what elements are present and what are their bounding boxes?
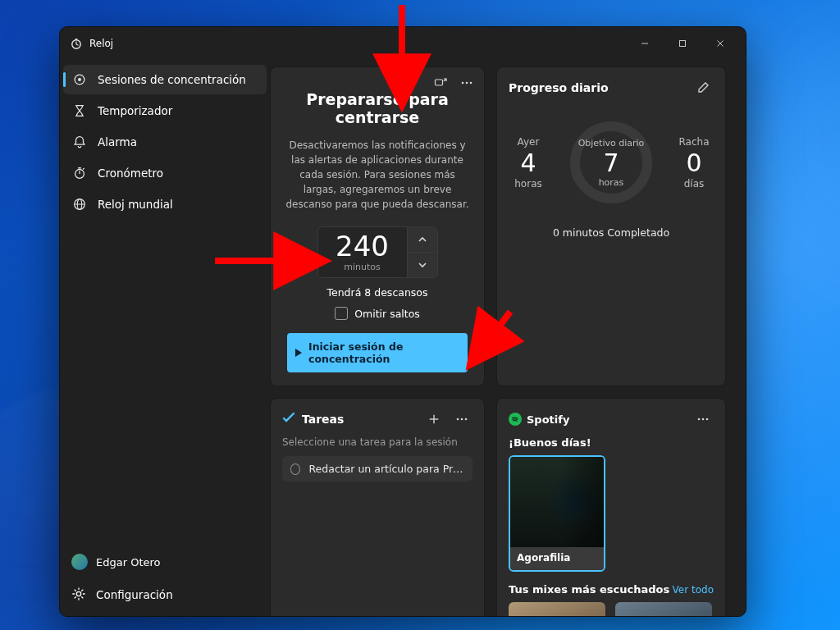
- focus-card: Prepararse para centrarse Desactivaremos…: [270, 66, 485, 386]
- mixes-row: [509, 602, 714, 616]
- duration-up-button[interactable]: [408, 227, 437, 252]
- checkbox-box: [335, 307, 348, 320]
- spotify-brand: Spotify: [509, 413, 569, 426]
- content-area: Prepararse para centrarse Desactivaremos…: [270, 60, 746, 616]
- metric-yesterday: Ayer 4 horas: [509, 136, 548, 189]
- focus-description: Desactivaremos las notificaciones y las …: [284, 138, 471, 212]
- svg-point-31: [706, 418, 709, 421]
- maximize-button[interactable]: [664, 30, 701, 57]
- duration-down-button[interactable]: [408, 252, 437, 277]
- svg-point-9: [78, 78, 81, 81]
- mixes-title: Tus mixes más escuchados: [509, 583, 669, 596]
- sidebar-item-timer[interactable]: Temporizador: [63, 96, 267, 126]
- svg-point-30: [702, 418, 705, 421]
- tasks-title: Tareas: [302, 413, 344, 426]
- spotify-logo-icon: [509, 413, 522, 426]
- sidebar-item-alarm[interactable]: Alarma: [63, 127, 267, 157]
- svg-rect-18: [436, 80, 443, 85]
- duration-stepper: 240 minutos: [317, 226, 438, 278]
- mix-tile[interactable]: [509, 602, 605, 616]
- svg-point-20: [462, 82, 464, 84]
- task-item[interactable]: Redactar un artículo para Profesi...: [282, 456, 472, 482]
- play-icon: [295, 349, 302, 357]
- clock-window: Reloj Sesiones de concentración Temporiz…: [59, 26, 746, 617]
- start-focus-button[interactable]: Iniciar sesión de concentración: [287, 333, 468, 372]
- stopwatch-icon: [71, 165, 88, 181]
- tasks-subtitle: Seleccione una tarea para la sesión: [282, 436, 472, 448]
- gear-icon: [71, 587, 86, 604]
- svg-point-28: [465, 418, 468, 421]
- progress-footer: 0 minutos Completado: [509, 226, 714, 239]
- task-radio[interactable]: [290, 463, 300, 475]
- hourglass-icon: [71, 103, 88, 119]
- svg-line-3: [76, 44, 79, 45]
- sidebar-item-label: Temporizador: [98, 104, 172, 117]
- bell-icon: [71, 134, 88, 150]
- spotify-featured-tile[interactable]: Agorafilia: [509, 455, 605, 572]
- tasks-card: Tareas Seleccione una tarea para la sesi…: [270, 398, 485, 616]
- task-text: Redactar un artículo para Profesi...: [308, 463, 464, 475]
- sidebar-item-stopwatch[interactable]: Cronómetro: [63, 158, 267, 188]
- focus-target-icon: [71, 71, 88, 88]
- minimize-button[interactable]: [626, 30, 664, 57]
- svg-point-27: [461, 418, 463, 421]
- svg-point-21: [466, 82, 468, 84]
- sidebar-item-label: Cronómetro: [98, 167, 163, 180]
- sidebar-item-world[interactable]: Reloj mundial: [63, 189, 267, 219]
- skip-breaks-label: Omitir saltos: [354, 308, 420, 320]
- window-controls: [626, 30, 739, 57]
- account-name: Edgar Otero: [96, 556, 161, 568]
- sidebar-item-label: Sesiones de concentración: [98, 73, 246, 86]
- duration-value: 240: [336, 232, 389, 260]
- titlebar: Reloj: [60, 27, 746, 60]
- svg-line-13: [83, 168, 84, 170]
- focus-title: Prepararse para centrarse: [282, 90, 472, 126]
- edit-goal-button[interactable]: [692, 77, 714, 98]
- avatar: [71, 554, 88, 570]
- settings-label: Configuración: [96, 588, 173, 601]
- todo-icon: [282, 411, 295, 427]
- svg-point-29: [698, 418, 701, 421]
- svg-rect-1: [75, 39, 78, 40]
- start-focus-label: Iniciar sesión de concentración: [308, 340, 459, 365]
- svg-point-17: [76, 591, 80, 596]
- breaks-text: Tendrá 8 descansos: [326, 286, 427, 299]
- spotify-greeting: ¡Buenos días!: [509, 436, 714, 449]
- settings-button[interactable]: Configuración: [63, 580, 267, 609]
- goal-ring: Objetivo diario 7 horas: [565, 116, 657, 208]
- account-row[interactable]: Edgar Otero: [63, 546, 267, 578]
- app-title: Reloj: [89, 38, 113, 49]
- add-task-button[interactable]: [423, 409, 445, 430]
- svg-point-22: [470, 82, 472, 84]
- spotify-more-button[interactable]: [692, 409, 714, 430]
- pin-compact-button[interactable]: [430, 72, 451, 94]
- svg-rect-5: [680, 41, 686, 47]
- globe-icon: [71, 196, 88, 212]
- mix-tile[interactable]: [615, 602, 712, 616]
- sidebar-item-label: Alarma: [98, 135, 137, 148]
- album-art: [510, 457, 604, 547]
- spotify-featured-title: Agorafilia: [510, 547, 604, 570]
- duration-unit: minutos: [344, 262, 381, 272]
- daily-progress-card: Progreso diario Ayer 4 horas: [496, 66, 726, 386]
- skip-breaks-checkbox[interactable]: Omitir saltos: [335, 307, 420, 320]
- duration-value-box[interactable]: 240 minutos: [318, 227, 407, 277]
- sidebar-item-focus[interactable]: Sesiones de concentración: [63, 65, 267, 94]
- daily-progress-title: Progreso diario: [509, 81, 609, 94]
- more-button[interactable]: [456, 72, 477, 94]
- close-button[interactable]: [701, 30, 739, 57]
- svg-point-26: [457, 418, 459, 421]
- spotify-brand-label: Spotify: [527, 413, 569, 426]
- sidebar: Sesiones de concentración Temporizador A…: [60, 60, 270, 616]
- sidebar-item-label: Reloj mundial: [98, 198, 173, 211]
- see-all-link[interactable]: Ver todo: [673, 584, 714, 596]
- tasks-more-button[interactable]: [451, 409, 472, 430]
- spotify-card: Spotify ¡Buenos días! Agorafilia Tus mix…: [496, 398, 726, 616]
- app-icon: [70, 37, 83, 50]
- metric-streak: Racha 0 días: [674, 136, 714, 189]
